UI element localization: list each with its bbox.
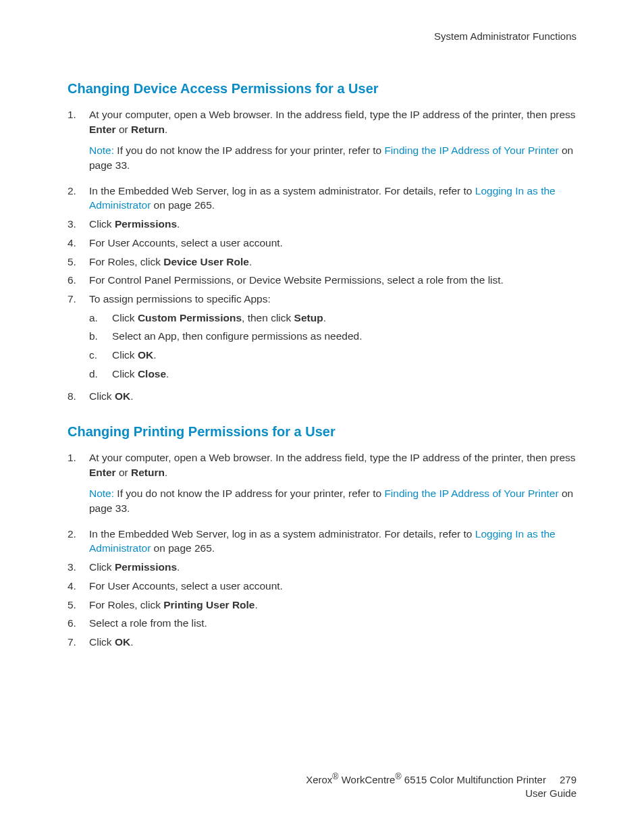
text: or bbox=[116, 467, 131, 478]
link-find-ip[interactable]: Finding the IP Address of Your Printer bbox=[384, 488, 558, 499]
list-marker: 2. bbox=[68, 184, 89, 213]
ordered-list: 1. At your computer, open a Web browser.… bbox=[68, 107, 576, 404]
text: Click bbox=[112, 368, 138, 380]
list-marker: 4. bbox=[68, 236, 89, 251]
list-item: 1. At your computer, open a Web browser.… bbox=[68, 450, 576, 523]
list-content: For User Accounts, select a user account… bbox=[89, 236, 576, 251]
link-find-ip[interactable]: Finding the IP Address of Your Printer bbox=[384, 145, 558, 156]
text: At your computer, open a Web browser. In… bbox=[89, 109, 576, 120]
list-marker: 6. bbox=[68, 616, 89, 631]
footer: Xerox® WorkCentre® 6515 Color Multifunct… bbox=[306, 771, 576, 801]
bold-text: OK bbox=[115, 390, 130, 402]
list-item: 4. For User Accounts, select a user acco… bbox=[68, 236, 576, 251]
note-block: Note: If you do not know the IP address … bbox=[89, 486, 576, 515]
list-item: 7. To assign permissions to specific App… bbox=[68, 292, 576, 385]
text: , then click bbox=[242, 312, 294, 323]
list-marker: 6. bbox=[68, 273, 89, 288]
text: . bbox=[249, 256, 252, 267]
text: . bbox=[177, 561, 180, 573]
section-heading: Changing Printing Permissions for a User bbox=[68, 424, 576, 440]
list-marker: 2. bbox=[68, 527, 89, 556]
reg-mark: ® bbox=[395, 772, 401, 781]
list-content: At your computer, open a Web browser. In… bbox=[89, 450, 576, 523]
list-item: 6. For Control Panel Permissions, or Dev… bbox=[68, 273, 576, 288]
sublist-item: c. Click OK. bbox=[89, 348, 576, 363]
list-content: Click Permissions. bbox=[89, 560, 576, 575]
sublist-item: b. Select an App, then configure permiss… bbox=[89, 329, 576, 344]
text: Click bbox=[112, 349, 138, 361]
list-content: In the Embedded Web Server, log in as a … bbox=[89, 527, 576, 556]
text: or bbox=[116, 124, 131, 135]
sublist-content: Select an App, then configure permission… bbox=[112, 329, 363, 344]
text: Click bbox=[89, 561, 115, 573]
text: on page 265. bbox=[151, 199, 215, 211]
list-item: 2. In the Embedded Web Server, log in as… bbox=[68, 184, 576, 213]
bold-text: Enter bbox=[89, 124, 116, 135]
bold-text: Permissions bbox=[115, 561, 177, 573]
chapter-header: System Administrator Functions bbox=[68, 30, 576, 42]
list-item: 8. Click OK. bbox=[68, 389, 576, 404]
bold-text: Custom Permissions bbox=[138, 312, 242, 323]
footer-line1: Xerox® WorkCentre® 6515 Color Multifunct… bbox=[306, 771, 576, 787]
list-marker: 3. bbox=[68, 217, 89, 232]
sublist-marker: c. bbox=[89, 348, 112, 363]
text: For Roles, click bbox=[89, 599, 163, 610]
text: If you do not know the IP address for yo… bbox=[114, 145, 384, 156]
text: . bbox=[130, 390, 133, 402]
list-marker: 1. bbox=[68, 450, 89, 523]
list-content: To assign permissions to specific Apps: … bbox=[89, 292, 576, 385]
text: In the Embedded Web Server, log in as a … bbox=[89, 185, 475, 197]
section-device-access: Changing Device Access Permissions for a… bbox=[68, 81, 576, 404]
page-number: 279 bbox=[560, 774, 576, 785]
list-item: 5. For Roles, click Printing User Role. bbox=[68, 598, 576, 613]
sublist-content: Click Close. bbox=[112, 367, 169, 382]
list-content: Click Permissions. bbox=[89, 217, 576, 232]
reg-mark: ® bbox=[332, 772, 338, 781]
list-item: 3. Click Permissions. bbox=[68, 217, 576, 232]
text: Click bbox=[89, 636, 115, 648]
bold-text: Return bbox=[131, 467, 165, 478]
list-content: In the Embedded Web Server, log in as a … bbox=[89, 184, 576, 213]
text: Click bbox=[89, 218, 115, 230]
list-item: 5. For Roles, click Device User Role. bbox=[68, 255, 576, 269]
list-marker: 4. bbox=[68, 579, 89, 594]
list-item: 7. Click OK. bbox=[68, 635, 576, 650]
list-marker: 7. bbox=[68, 635, 89, 650]
text: . bbox=[177, 218, 180, 230]
list-content: Select a role from the list. bbox=[89, 616, 576, 631]
list-marker: 1. bbox=[68, 107, 89, 180]
list-item: 4. For User Accounts, select a user acco… bbox=[68, 579, 576, 594]
sub-ordered-list: a. Click Custom Permissions, then click … bbox=[89, 311, 576, 382]
text: For Roles, click bbox=[89, 256, 163, 267]
bold-text: Return bbox=[131, 124, 165, 135]
list-content: For User Accounts, select a user account… bbox=[89, 579, 576, 594]
text: . bbox=[153, 349, 156, 361]
text: To assign permissions to specific Apps: bbox=[89, 293, 271, 305]
list-item: 6. Select a role from the list. bbox=[68, 616, 576, 631]
note-label: Note: bbox=[89, 145, 114, 156]
list-marker: 3. bbox=[68, 560, 89, 575]
list-marker: 8. bbox=[68, 389, 89, 404]
bold-text: Device User Role bbox=[163, 256, 249, 267]
list-item: 2. In the Embedded Web Server, log in as… bbox=[68, 527, 576, 556]
list-content: At your computer, open a Web browser. In… bbox=[89, 107, 576, 180]
section-heading: Changing Device Access Permissions for a… bbox=[68, 81, 576, 97]
text: In the Embedded Web Server, log in as a … bbox=[89, 528, 475, 540]
bold-text: OK bbox=[138, 349, 153, 361]
bold-text: Setup bbox=[294, 312, 323, 323]
footer-product: 6515 Color Multifunction Printer bbox=[402, 774, 546, 785]
bold-text: Printing User Role bbox=[163, 599, 254, 610]
list-item: 1. At your computer, open a Web browser.… bbox=[68, 107, 576, 180]
text: on page 265. bbox=[151, 542, 215, 554]
list-content: Click OK. bbox=[89, 389, 576, 404]
list-marker: 5. bbox=[68, 598, 89, 613]
text: Click bbox=[89, 390, 115, 402]
sublist-content: Click OK. bbox=[112, 348, 156, 363]
text: . bbox=[254, 599, 257, 610]
text: If you do not know the IP address for yo… bbox=[114, 488, 384, 499]
bold-text: Close bbox=[138, 368, 166, 380]
list-item: 3. Click Permissions. bbox=[68, 560, 576, 575]
sublist-item: d. Click Close. bbox=[89, 367, 576, 382]
list-marker: 7. bbox=[68, 292, 89, 385]
sublist-marker: b. bbox=[89, 329, 112, 344]
